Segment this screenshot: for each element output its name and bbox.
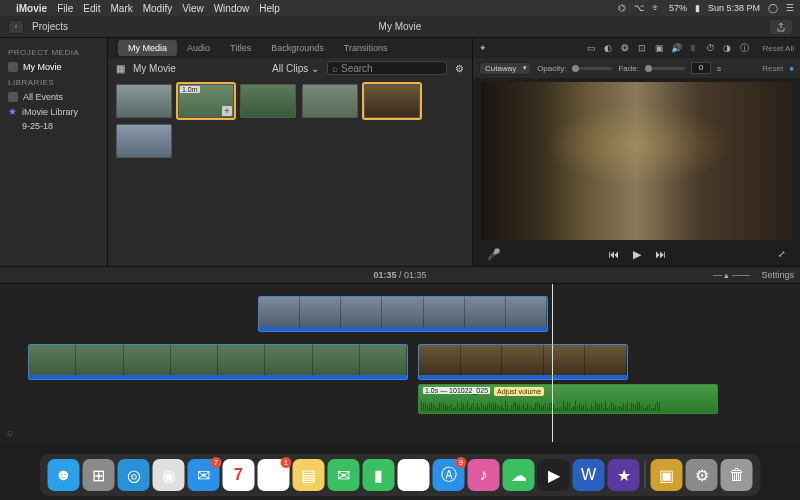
playhead[interactable] — [552, 284, 553, 442]
timeline-settings-button[interactable]: Settings — [761, 270, 794, 280]
dock-imovie[interactable]: ★ — [608, 459, 640, 491]
dock-separator — [645, 461, 646, 489]
grid-view-icon[interactable]: ▦ — [116, 63, 125, 74]
equalizer-icon[interactable]: ⫴ — [687, 42, 699, 54]
reset-all-button[interactable]: Reset All — [762, 44, 794, 53]
tab-backgrounds[interactable]: Backgrounds — [261, 40, 334, 56]
sidebar-item-label: 9-25-18 — [22, 121, 53, 131]
opacity-slider[interactable] — [572, 67, 612, 70]
status-battery-icon[interactable]: ▮ — [695, 3, 700, 13]
record-voiceover-icon[interactable]: 🎤 — [487, 248, 501, 261]
status-user-icon[interactable]: ◯ — [768, 3, 778, 13]
timeline[interactable]: 1.0s — 101022_025 Adjust volume ♫ — [0, 284, 800, 442]
tab-mymedia[interactable]: My Media — [118, 40, 177, 56]
sidebar-item-label: All Events — [23, 92, 63, 102]
sidebar-item-event[interactable]: 9-25-18 — [8, 119, 99, 133]
menu-window[interactable]: Window — [214, 3, 250, 14]
overlay-icon[interactable]: ▭ — [585, 42, 597, 54]
dock-itunes[interactable]: ♪ — [468, 459, 500, 491]
crop-icon[interactable]: ⊡ — [636, 42, 648, 54]
enhance-wand-icon[interactable]: ✦ — [479, 43, 487, 53]
dock-facetime[interactable]: ▮ — [363, 459, 395, 491]
share-button[interactable] — [770, 20, 792, 34]
browser-settings-icon[interactable]: ⚙ — [455, 63, 464, 74]
clip-thumb[interactable] — [240, 84, 296, 118]
dock-notes[interactable]: ▤ — [293, 459, 325, 491]
clip-filter-select[interactable]: All Clips ⌄ — [272, 63, 319, 74]
volume-icon[interactable]: 🔊 — [670, 42, 682, 54]
dock-calendar[interactable]: 7 — [223, 459, 255, 491]
status-cloud-icon[interactable]: ⌬ — [618, 3, 626, 13]
menu-mark[interactable]: Mark — [110, 3, 132, 14]
status-search-icon[interactable]: ☰ — [786, 3, 794, 13]
color-balance-icon[interactable]: ◐ — [602, 42, 614, 54]
preview-viewer[interactable] — [481, 82, 792, 240]
clip-thumb[interactable] — [116, 124, 172, 158]
speed-icon[interactable]: ⏱ — [704, 42, 716, 54]
info-icon[interactable]: ⓘ — [738, 42, 750, 54]
menu-file[interactable]: File — [57, 3, 73, 14]
overlay-clip[interactable] — [258, 296, 548, 332]
reset-button[interactable]: Reset — [762, 64, 783, 73]
sidebar-item-imovielib[interactable]: ★ iMovie Library — [8, 104, 99, 119]
menu-edit[interactable]: Edit — [83, 3, 100, 14]
fade-value-field[interactable]: 0 — [691, 62, 711, 74]
volume-tooltip: Adjust volume — [494, 387, 544, 396]
macos-dock: ☻⊞◎◉✉77≡1▤✉▮✿Ⓐ9♪☁▶W★▣⚙🗑 — [40, 454, 761, 496]
macos-menubar: iMovie File Edit Mark Modify View Window… — [0, 0, 800, 16]
filter-icon[interactable]: ◑ — [721, 42, 733, 54]
dock-mail[interactable]: ✉7 — [188, 459, 220, 491]
dock-appstore[interactable]: Ⓐ9 — [433, 459, 465, 491]
dock-wechat[interactable]: ☁ — [503, 459, 535, 491]
clip-thumb[interactable] — [364, 84, 420, 118]
menu-modify[interactable]: Modify — [143, 3, 172, 14]
color-correct-icon[interactable]: ❂ — [619, 42, 631, 54]
tab-titles[interactable]: Titles — [220, 40, 261, 56]
menu-view[interactable]: View — [182, 3, 204, 14]
next-button[interactable]: ⏭ — [655, 248, 666, 260]
apply-check-icon[interactable]: ● — [789, 64, 794, 73]
sidebar-item-mymovie[interactable]: My Movie — [8, 60, 99, 74]
search-field[interactable]: ⌕ Search — [327, 61, 447, 75]
fade-slider[interactable] — [645, 67, 685, 70]
sidebar-item-allevents[interactable]: All Events — [8, 90, 99, 104]
dock-photos[interactable]: ✿ — [398, 459, 430, 491]
dock-folder[interactable]: ▣ — [651, 459, 683, 491]
overlay-mode-select[interactable]: Cutaway — [479, 62, 531, 75]
audio-clip[interactable]: 1.0s — 101022_025 Adjust volume — [418, 384, 718, 414]
prev-button[interactable]: ⏮ — [608, 248, 619, 260]
primary-clip[interactable] — [28, 344, 408, 380]
app-menu[interactable]: iMovie — [16, 3, 47, 14]
back-button[interactable]: ‹ — [8, 20, 24, 34]
dock-launchpad[interactable]: ⊞ — [83, 459, 115, 491]
dock-preferences[interactable]: ⚙ — [686, 459, 718, 491]
dock-finder[interactable]: ☻ — [48, 459, 80, 491]
menu-help[interactable]: Help — [259, 3, 280, 14]
tab-audio[interactable]: Audio — [177, 40, 220, 56]
zoom-slider[interactable]: — ▴ —— — [713, 270, 750, 280]
play-button[interactable]: ▶ — [633, 248, 641, 261]
dock-messages[interactable]: ✉ — [328, 459, 360, 491]
dock-trash[interactable]: 🗑 — [721, 459, 753, 491]
search-icon: ⌕ — [332, 63, 338, 74]
dock-safari[interactable]: ◎ — [118, 459, 150, 491]
clip-thumb[interactable] — [302, 84, 358, 118]
tab-transitions[interactable]: Transitions — [334, 40, 398, 56]
fullscreen-button[interactable]: ⤢ — [778, 249, 786, 259]
dock-word[interactable]: W — [573, 459, 605, 491]
music-well-icon[interactable]: ♫ — [6, 428, 13, 438]
projects-button[interactable]: Projects — [32, 21, 68, 32]
stabilize-icon[interactable]: ▣ — [653, 42, 665, 54]
status-switch-icon[interactable]: ⌥ — [634, 3, 644, 13]
browser-breadcrumb[interactable]: My Movie — [133, 63, 176, 74]
dock-plex[interactable]: ▶ — [538, 459, 570, 491]
library-sidebar: PROJECT MEDIA My Movie LIBRARIES All Eve… — [0, 38, 108, 266]
add-clip-button[interactable]: + — [222, 106, 232, 116]
dock-reminders[interactable]: ≡1 — [258, 459, 290, 491]
primary-clip[interactable] — [418, 344, 628, 380]
clip-thumb[interactable]: 1.0m + — [178, 84, 234, 118]
status-clock[interactable]: Sun 5:38 PM — [708, 3, 760, 13]
clip-thumb[interactable] — [116, 84, 172, 118]
dock-chrome[interactable]: ◉ — [153, 459, 185, 491]
status-wifi-icon[interactable]: ᯤ — [652, 3, 661, 13]
